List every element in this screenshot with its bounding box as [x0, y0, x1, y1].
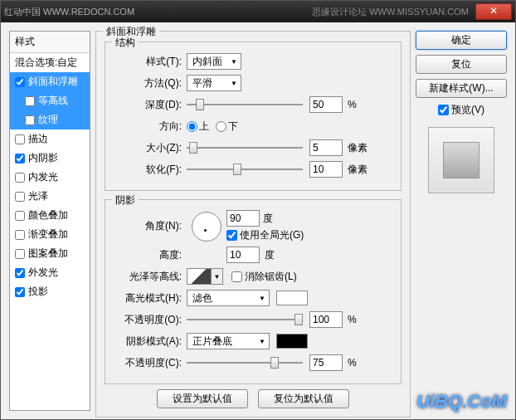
style-checkbox[interactable] — [15, 77, 25, 87]
style-label: 等高线 — [38, 94, 68, 108]
direction-up[interactable]: 上 — [187, 120, 209, 134]
style-checkbox[interactable] — [15, 192, 25, 202]
structure-group: 结构 样式(T): 内斜面 方法(Q): 平滑 深度(D): % — [105, 42, 402, 191]
style-checkbox[interactable] — [15, 268, 25, 278]
preview-thumbnail — [428, 127, 494, 193]
style-label: 投影 — [28, 285, 48, 299]
style-dropdown[interactable]: 内斜面 — [187, 53, 241, 70]
style-checkbox[interactable] — [15, 230, 25, 240]
direction-down[interactable]: 下 — [216, 120, 238, 134]
watermark: UiBQ.CoM — [416, 391, 507, 413]
technique-dropdown[interactable]: 平滑 — [187, 75, 241, 91]
style-label: 外发光 — [28, 266, 58, 280]
shadow-opacity-unit: % — [348, 357, 357, 369]
direction-label: 方向: — [114, 120, 187, 134]
style-label: 描边 — [28, 132, 48, 146]
shadow-color-swatch[interactable] — [276, 334, 308, 349]
shading-group: 阴影 角度(N): 度 使用全局光(G) 高度: — [105, 199, 402, 384]
highlight-mode-label: 高光模式(H): — [114, 291, 187, 305]
soften-unit: 像素 — [348, 163, 368, 177]
highlight-color-swatch[interactable] — [276, 291, 308, 305]
style-checkbox[interactable] — [15, 287, 25, 297]
soften-input[interactable] — [309, 161, 343, 178]
highlight-opacity-label: 不透明度(O): — [114, 313, 187, 327]
structure-title: 结构 — [112, 36, 139, 50]
ok-button[interactable]: 确定 — [416, 31, 507, 50]
style-item-5[interactable]: 内发光 — [10, 168, 90, 187]
style-item-11[interactable]: 投影 — [10, 282, 90, 301]
layer-style-dialog: 红动中国 WWW.REDOCN.COM 思缘设计论坛 WWW.MISSYUAN.… — [0, 0, 516, 420]
antialias-checkbox[interactable]: 消除锯齿(L) — [231, 270, 297, 284]
styles-list: 样式 混合选项:自定 斜面和浮雕等高线纹理描边内阴影内发光光泽颜色叠加渐变叠加图… — [9, 31, 90, 411]
style-checkbox[interactable] — [15, 154, 25, 164]
style-item-7[interactable]: 颜色叠加 — [10, 206, 90, 225]
angle-unit: 度 — [263, 212, 273, 226]
close-button[interactable]: ✕ — [475, 3, 512, 20]
style-item-6[interactable]: 光泽 — [10, 187, 90, 206]
style-checkbox[interactable] — [15, 211, 25, 221]
size-label: 大小(Z): — [114, 141, 187, 155]
size-unit: 像素 — [348, 141, 368, 155]
shadow-opacity-input[interactable] — [309, 354, 343, 371]
gloss-contour-dropdown[interactable]: ▼ — [212, 268, 223, 285]
style-item-4[interactable]: 内阴影 — [10, 149, 90, 168]
shadow-mode-label: 阴影模式(A): — [114, 335, 187, 349]
depth-input[interactable] — [309, 96, 343, 113]
reset-default-button[interactable]: 复位为默认值 — [258, 389, 349, 408]
depth-slider[interactable] — [187, 97, 303, 112]
style-label: 光泽 — [28, 189, 48, 203]
style-label: 渐变叠加 — [28, 227, 68, 242]
blend-options[interactable]: 混合选项:自定 — [10, 53, 90, 72]
center-panel: 斜面和浮雕 结构 样式(T): 内斜面 方法(Q): 平滑 深度(D): — [95, 31, 411, 411]
style-item-10[interactable]: 外发光 — [10, 263, 90, 282]
style-item-2[interactable]: 纹理 — [10, 110, 90, 129]
make-default-button[interactable]: 设置为默认值 — [157, 389, 248, 408]
shadow-opacity-slider[interactable] — [187, 355, 303, 370]
angle-input[interactable] — [226, 210, 260, 227]
style-checkbox[interactable] — [25, 96, 35, 106]
altitude-unit: 度 — [265, 248, 275, 262]
shadow-mode-dropdown[interactable]: 正片叠底 — [187, 333, 270, 349]
style-checkbox[interactable] — [15, 249, 25, 259]
style-label: 内阴影 — [28, 151, 58, 165]
size-input[interactable] — [309, 139, 343, 156]
size-slider[interactable] — [187, 140, 303, 155]
style-label: 样式(T): — [114, 55, 187, 69]
altitude-label: 高度: — [114, 248, 187, 262]
titlebar: 红动中国 WWW.REDOCN.COM 思缘设计论坛 WWW.MISSYUAN.… — [1, 1, 515, 22]
titlebar-right: 思缘设计论坛 WWW.MISSYUAN.COM — [312, 6, 469, 18]
depth-unit: % — [348, 99, 357, 110]
gloss-contour-swatch[interactable] — [187, 268, 212, 285]
highlight-opacity-slider[interactable] — [187, 312, 303, 327]
style-item-3[interactable]: 描边 — [10, 129, 90, 149]
style-label: 斜面和浮雕 — [28, 75, 78, 89]
gloss-label: 光泽等高线: — [114, 270, 187, 284]
style-label: 内发光 — [28, 170, 58, 184]
cancel-button[interactable]: 复位 — [416, 55, 507, 74]
dialog-body: 样式 混合选项:自定 斜面和浮雕等高线纹理描边内阴影内发光光泽颜色叠加渐变叠加图… — [1, 22, 515, 419]
style-item-9[interactable]: 图案叠加 — [10, 244, 90, 263]
style-checkbox[interactable] — [25, 115, 35, 125]
style-label: 颜色叠加 — [28, 208, 68, 222]
right-panel: 确定 复位 新建样式(W)... 预览(V) — [416, 31, 507, 411]
preview-checkbox[interactable]: 预览(V) — [416, 103, 507, 117]
depth-label: 深度(D): — [114, 98, 187, 112]
styles-header: 样式 — [10, 32, 90, 53]
style-checkbox[interactable] — [15, 134, 25, 144]
style-item-0[interactable]: 斜面和浮雕 — [10, 72, 90, 91]
style-item-1[interactable]: 等高线 — [10, 91, 90, 110]
highlight-mode-dropdown[interactable]: 滤色 — [187, 290, 270, 306]
angle-dial[interactable] — [192, 212, 221, 242]
new-style-button[interactable]: 新建样式(W)... — [416, 79, 507, 98]
style-checkbox[interactable] — [15, 173, 25, 183]
soften-slider[interactable] — [187, 162, 303, 177]
style-label: 图案叠加 — [28, 247, 68, 261]
altitude-input[interactable] — [226, 247, 260, 263]
shadow-opacity-label: 不透明度(C): — [114, 356, 187, 370]
highlight-opacity-input[interactable] — [309, 311, 343, 328]
style-item-8[interactable]: 渐变叠加 — [10, 225, 90, 244]
bevel-emboss-group: 斜面和浮雕 结构 样式(T): 内斜面 方法(Q): 平滑 深度(D): — [95, 31, 411, 418]
highlight-opacity-unit: % — [348, 314, 357, 325]
style-label: 纹理 — [38, 113, 58, 127]
global-light-checkbox[interactable]: 使用全局光(G) — [226, 228, 304, 242]
